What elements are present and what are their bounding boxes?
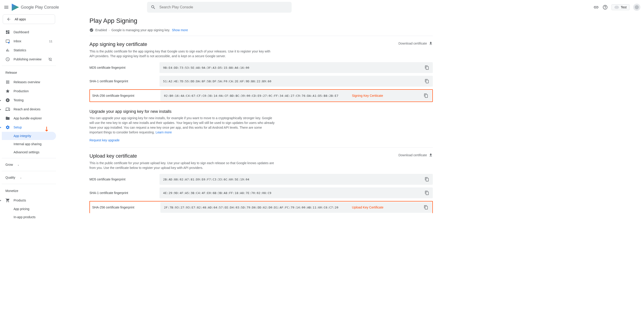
upload-sha256-highlight: SHA-256 certificate fingerprint 2F:7B:93… xyxy=(90,201,433,213)
header: Google Play Console Test xyxy=(0,0,644,15)
signing-sha256-row: SHA-256 certificate fingerprint 02:B0:16… xyxy=(90,90,432,101)
check-circle-icon xyxy=(90,28,94,32)
sidebar-item-label: In-app products xyxy=(14,215,36,219)
sidebar-item-label: Statistics xyxy=(14,48,26,52)
annotation-upload: Upload Key Certificate xyxy=(352,205,383,209)
fp-value-box: 4E:29:9D:4F:A5:3B:C4:4F:E0:6B:3B:A8:FF:1… xyxy=(160,187,433,198)
sidebar-item-label: Production xyxy=(14,89,29,93)
logo-text: Google Play Console xyxy=(21,5,59,10)
status-dot: · xyxy=(109,28,110,32)
upload-section-title: Upload key certificate xyxy=(90,153,275,159)
fp-value-box: 02:B0:16:4A:C4:67:CF:C0:38:14:0A:CF:BD:B… xyxy=(160,90,432,101)
bundle-icon xyxy=(6,116,10,121)
search-icon xyxy=(151,5,156,10)
upload-section-desc: This is the public certificate for your … xyxy=(90,161,275,170)
expand-icon: ▸ xyxy=(0,108,2,111)
fp-label: SHA-1 certificate fingerprint xyxy=(90,191,160,195)
notification-dot xyxy=(8,42,10,44)
fp-value: 2B:AD:88:02:A7:81:D9:E0:F7:C3:33:6C:60:5… xyxy=(163,178,250,181)
copy-button[interactable] xyxy=(420,205,428,210)
sidebar-item-testing[interactable]: ▸ Testing xyxy=(2,96,56,105)
fp-value: 4E:29:9D:4F:A5:3B:C4:4F:E0:6B:3B:A8:FF:1… xyxy=(163,191,271,195)
sidebar-item-label: Advanced settings xyxy=(14,150,39,154)
sidebar-item-label: Products xyxy=(14,198,26,202)
sidebar-item-production[interactable]: Production xyxy=(2,87,56,96)
sidebar-item-label: Releases overview xyxy=(14,80,40,84)
sidebar-item-bundle[interactable]: App bundle explorer xyxy=(2,114,56,123)
avatar[interactable] xyxy=(633,4,640,11)
signing-sha256-highlight: SHA-256 certificate fingerprint 02:B0:16… xyxy=(90,89,433,102)
fp-value-box: 9B:E4:DD:73:53:5E:A8:9A:3F:A3:D5:15:B8:A… xyxy=(160,62,433,73)
help-icon[interactable] xyxy=(602,5,608,10)
sidebar-item-releases-overview[interactable]: Releases overview xyxy=(2,78,56,87)
publishing-icon xyxy=(6,57,10,62)
chevron-down-icon: ⌄ xyxy=(20,176,22,179)
signing-section-desc: This is the public certificate for the a… xyxy=(90,49,275,59)
sidebar-item-in-app-products[interactable]: In-app products xyxy=(2,213,56,221)
copy-button[interactable] xyxy=(421,191,429,195)
sidebar-item-statistics[interactable]: Statistics xyxy=(2,46,56,55)
upload-md5-row: MD5 certificate fingerprint 2B:AD:88:02:… xyxy=(90,174,433,185)
fp-value-box: 2B:AD:88:02:A7:81:D9:E0:F7:C3:33:6C:60:5… xyxy=(160,174,433,185)
upgrade-desc: You can upgrade your app signing key for… xyxy=(90,116,275,135)
link-icon[interactable] xyxy=(594,5,599,10)
copy-button[interactable] xyxy=(421,177,429,182)
logo[interactable]: Google Play Console xyxy=(12,4,59,11)
sidebar-item-app-integrity[interactable]: App integrity xyxy=(2,132,56,140)
menu-icon[interactable] xyxy=(4,5,9,10)
all-apps-button[interactable]: All apps xyxy=(3,15,55,24)
sidebar-item-label: Reach and devices xyxy=(14,107,40,111)
grow-section-header[interactable]: Grow ⌄ xyxy=(2,160,56,169)
upload-sha1-row: SHA-1 certificate fingerprint 4E:29:9D:4… xyxy=(90,187,433,198)
release-section-header: Release xyxy=(2,68,56,78)
sidebar-item-label: Internal app sharing xyxy=(14,142,42,146)
fp-value: 2F:7B:93:27:93:E7:82:48:AD:64:57:EE:D4:0… xyxy=(164,206,338,209)
reach-icon xyxy=(6,107,10,112)
sidebar-item-reach[interactable]: ▸ Reach and devices xyxy=(2,105,56,114)
signing-md5-row: MD5 certificate fingerprint 9B:E4:DD:73:… xyxy=(90,62,433,73)
copy-button[interactable] xyxy=(421,65,429,70)
sidebar-item-app-pricing[interactable]: App pricing xyxy=(2,205,56,213)
test-label: Test xyxy=(621,6,626,9)
status-row: Enabled · Google is managing your app si… xyxy=(90,28,433,36)
monetize-section-header: Monetize xyxy=(2,186,56,196)
sidebar-item-products[interactable]: ▾ Products xyxy=(2,196,56,205)
all-apps-label: All apps xyxy=(15,18,26,21)
search-bar[interactable] xyxy=(147,2,292,13)
fp-value: 9B:E4:DD:73:53:5E:A8:9A:3F:A3:D5:15:B8:A… xyxy=(163,66,250,69)
inbox-count: 11 xyxy=(49,40,52,43)
sidebar-item-label: Publishing overview xyxy=(14,58,42,61)
page-title: Play App Signing xyxy=(90,17,433,25)
fp-value: 02:B0:16:4A:C4:67:CF:C0:38:14:0A:CF:BD:B… xyxy=(164,94,338,98)
sidebar-item-internal-sharing[interactable]: Internal app sharing xyxy=(2,140,56,148)
copy-button[interactable] xyxy=(421,79,429,83)
download-signing-cert[interactable]: Download certificate xyxy=(398,41,433,46)
download-upload-cert[interactable]: Download certificate xyxy=(398,153,433,157)
sidebar-item-dashboard[interactable]: Dashboard xyxy=(2,28,56,37)
sidebar-item-label: App pricing xyxy=(14,207,29,211)
production-icon xyxy=(6,89,10,93)
quality-section-header[interactable]: Quality ⌄ xyxy=(2,173,56,182)
setup-icon xyxy=(6,125,10,130)
search-input[interactable] xyxy=(160,5,288,9)
sidebar-item-label: Inbox xyxy=(14,39,21,43)
main-content: Play App Signing Enabled · Google is man… xyxy=(58,15,442,222)
show-more-link[interactable]: Show more xyxy=(172,28,188,32)
request-upgrade-link[interactable]: Request key upgrade xyxy=(90,138,120,142)
status-enabled: Enabled xyxy=(95,28,107,32)
signing-section-title: App signing key certificate xyxy=(90,41,275,47)
fp-value: 51:A2:4E:7D:55:DD:DA:8F:5B:DF:5A:F0:CA:2… xyxy=(163,80,271,83)
test-chip[interactable]: Test xyxy=(612,4,630,10)
annotation-signing: Signing Key Certiicate xyxy=(352,94,383,98)
sidebar-item-inbox[interactable]: Inbox 11 xyxy=(2,37,56,46)
fp-label: MD5 certificate fingerprint xyxy=(90,66,160,69)
header-actions: Test xyxy=(594,4,640,11)
copy-button[interactable] xyxy=(420,93,428,98)
sidebar-item-publishing[interactable]: Publishing overview xyxy=(2,55,56,64)
releases-icon xyxy=(6,80,10,84)
sidebar-item-advanced[interactable]: Advanced settings xyxy=(2,148,56,156)
learn-more-link[interactable]: Learn more xyxy=(156,130,172,134)
sidebar-item-label: App bundle explorer xyxy=(14,116,42,120)
sidebar-item-label: Dashboard xyxy=(14,30,29,34)
upload-sha256-row: SHA-256 certificate fingerprint 2F:7B:93… xyxy=(90,202,432,213)
